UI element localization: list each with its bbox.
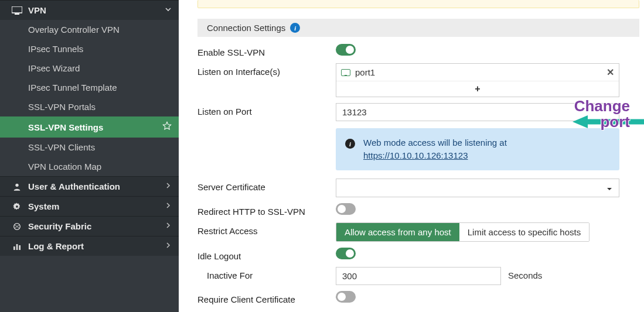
nav-sslvpn-settings[interactable]: SSL-VPN Settings	[0, 116, 179, 138]
section-title: Connection Settings	[207, 23, 285, 33]
sidebar: VPN Overlay Controller VPN IPsec Tunnels…	[0, 0, 179, 312]
svg-point-2	[15, 183, 18, 186]
nav-label: VPN	[28, 5, 46, 15]
label-inactive-for: Inactive For	[197, 267, 336, 280]
nav-ipsec-tunnel-template[interactable]: IPsec Tunnel Template	[0, 78, 179, 97]
chevron-right-icon	[165, 222, 172, 231]
user-icon	[11, 182, 23, 191]
info-text: Web mode access will be listening at	[363, 138, 507, 148]
web-mode-info: i Web mode access will be listening at h…	[336, 128, 619, 170]
interfaces-box: port1 ✕ +	[336, 63, 619, 97]
nav-label: User & Authentication	[28, 181, 120, 191]
info-icon: i	[345, 139, 355, 149]
label-require-client-cert: Require Client Certificate	[197, 291, 336, 304]
info-icon[interactable]: i	[290, 23, 300, 33]
interface-name: port1	[355, 67, 375, 77]
gear-icon	[11, 202, 23, 211]
svg-rect-0	[12, 6, 22, 13]
svg-rect-4	[13, 246, 15, 250]
main-panel: Connection Settings i Enable SSL-VPN Lis…	[179, 0, 644, 312]
web-mode-url-link[interactable]: https://10.10.10.126:13123	[363, 150, 468, 160]
nav-sslvpn-clients[interactable]: SSL-VPN Clients	[0, 138, 179, 157]
nav-overlay-controller-vpn[interactable]: Overlay Controller VPN	[0, 20, 179, 39]
label-idle-logout: Idle Logout	[197, 248, 336, 261]
svg-point-3	[14, 223, 21, 229]
toggle-idle-logout[interactable]	[336, 248, 356, 259]
chevron-down-icon	[165, 6, 172, 15]
section-header: Connection Settings i	[197, 19, 639, 37]
star-icon[interactable]	[162, 121, 172, 133]
toggle-redirect-http[interactable]	[336, 203, 356, 215]
label-server-cert: Server Certificate	[197, 179, 336, 192]
port-icon	[341, 69, 350, 76]
label-listen-interfaces: Listen on Interface(s)	[197, 63, 336, 77]
alert-bar	[197, 0, 639, 8]
restrict-opt-specific-hosts[interactable]: Limit access to specific hosts	[459, 223, 589, 241]
nav-label: System	[28, 201, 59, 211]
nav-ipsec-wizard[interactable]: IPsec Wizard	[0, 59, 179, 78]
remove-interface-icon[interactable]: ✕	[606, 67, 614, 78]
label-redirect-http: Redirect HTTP to SSL-VPN	[197, 203, 336, 217]
toggle-require-client-cert[interactable]	[336, 291, 356, 303]
toggle-enable-sslvpn[interactable]	[336, 44, 356, 56]
svg-rect-1	[15, 13, 19, 15]
nav-ipsec-tunnels[interactable]: IPsec Tunnels	[0, 39, 179, 59]
svg-rect-6	[19, 245, 21, 250]
nav-sslvpn-portals[interactable]: SSL-VPN Portals	[0, 97, 179, 116]
chevron-right-icon	[165, 202, 172, 211]
nav-label: Security Fabric	[28, 221, 91, 231]
chart-icon	[11, 242, 23, 251]
fabric-icon	[11, 222, 23, 231]
nav-log-report[interactable]: Log & Report	[0, 236, 179, 256]
caret-down-icon	[606, 184, 613, 194]
nav-system[interactable]: System	[0, 196, 179, 216]
chevron-right-icon	[165, 182, 172, 191]
interface-chip-port1[interactable]: port1 ✕	[336, 64, 619, 81]
svg-rect-5	[16, 244, 18, 250]
nav-vpn[interactable]: VPN	[0, 0, 179, 20]
inactive-for-input[interactable]: 300	[336, 267, 501, 285]
nav-user-authentication[interactable]: User & Authentication	[0, 176, 179, 196]
chevron-right-icon	[165, 242, 172, 251]
label-restrict-access: Restrict Access	[197, 222, 336, 236]
listen-port-input[interactable]: 13123	[336, 103, 619, 121]
restrict-access-segmented: Allow access from any host Limit access …	[336, 222, 590, 242]
inactive-for-unit: Seconds	[501, 267, 549, 285]
nav-label: Log & Report	[28, 241, 84, 251]
server-cert-select[interactable]	[336, 179, 619, 197]
restrict-opt-any-host[interactable]: Allow access from any host	[336, 223, 459, 241]
monitor-icon	[11, 6, 23, 15]
nav-security-fabric[interactable]: Security Fabric	[0, 216, 179, 236]
label-enable-sslvpn: Enable SSL-VPN	[197, 44, 336, 57]
nav-vpn-location-map[interactable]: VPN Location Map	[0, 157, 179, 176]
add-interface-button[interactable]: +	[336, 81, 619, 97]
label-listen-port: Listen on Port	[197, 103, 336, 116]
